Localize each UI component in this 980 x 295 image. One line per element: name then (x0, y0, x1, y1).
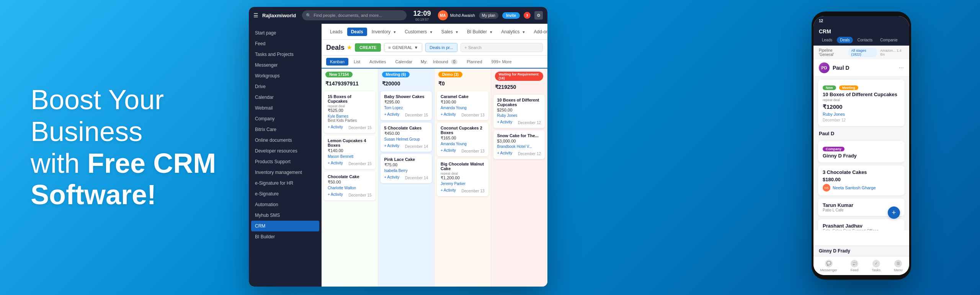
search-bar[interactable]: 🔍 Find people, documents, and more... (302, 10, 406, 20)
phone-deal-card[interactable]: Company Ginny D Frady (818, 141, 905, 162)
deal-card[interactable]: 15 Boxes of Cupcakes repeat deal ₹525.00… (324, 91, 376, 133)
deals-pipeline-filter[interactable]: Deals in pr... (425, 43, 457, 52)
feed-label: Feed (851, 268, 859, 272)
kanban-tab-list[interactable]: List (350, 58, 364, 66)
invite-button[interactable]: Invite (502, 12, 520, 19)
phone-card-badges: New Meeting (823, 84, 900, 92)
phone-deal-card[interactable]: Prashant Jadhav Sale..Sales.Com Support … (818, 219, 905, 230)
sidebar-item-drive[interactable]: Drive (249, 81, 322, 92)
notification-badge[interactable]: 3 (524, 12, 531, 19)
col-header-row-new: New 17154 (325, 72, 353, 77)
sidebar-item-bitrix-care[interactable]: Bitrix Care (249, 124, 322, 135)
deal-person: Amanda Young (441, 142, 485, 146)
add-activity[interactable]: + Activity (384, 144, 400, 148)
kanban-filter-planned[interactable]: Planned (463, 58, 486, 66)
deal-person: Mason Bennett (328, 154, 372, 159)
sidebar-item-tasks[interactable]: Tasks and Projects (249, 49, 322, 60)
crm-nav-leads[interactable]: Leads (326, 28, 346, 36)
sidebar-item-myhub[interactable]: Myhub SMS (249, 210, 322, 221)
deal-name: Snow Cake for The... (497, 133, 541, 138)
deal-card[interactable]: Pink Lace Cake ₹75.00 Isabella Berry + A… (381, 154, 432, 183)
deal-card[interactable]: Big Chocolate Walnut Cake repeat deal ₹1… (437, 159, 488, 196)
sidebar-item-inventory[interactable]: Inventory management (249, 167, 322, 178)
kanban-tab-kanban[interactable]: Kanban (326, 58, 348, 66)
deal-card[interactable]: Chocolate Cake ₹50.00 Charlotte Walton +… (324, 171, 376, 200)
phone-pipeline-label: Pipeline 'General' (819, 48, 845, 57)
star-icon[interactable]: ★ (347, 44, 352, 51)
kanban-filter-inbound[interactable]: Inbound 0 (429, 58, 461, 66)
deal-card[interactable]: Snow Cake for The... $3,000.00 Brandbook… (493, 130, 545, 159)
phone-tab-contacts[interactable]: Contacts (854, 37, 875, 43)
deal-card[interactable]: 10 Boxes of Different Cupcakes $250.00 R… (493, 95, 545, 128)
add-activity[interactable]: + Activity (441, 112, 456, 116)
deal-footer: + Activity December 12 (497, 119, 541, 125)
kanban-filter-more[interactable]: 999+ More (488, 58, 516, 66)
kanban-tab-activities[interactable]: Activities (366, 58, 390, 66)
add-activity[interactable]: + Activity (328, 192, 343, 197)
create-button[interactable]: CREATE (355, 43, 381, 52)
sidebar-item-dev-resources[interactable]: Developer resources (249, 146, 322, 156)
add-activity[interactable]: + Activity (384, 112, 400, 116)
sidebar-item-crm[interactable]: CRM (251, 221, 319, 231)
general-filter[interactable]: ≡ GENERAL ▼ (384, 43, 422, 52)
phone-fab-button[interactable]: + (888, 206, 900, 219)
kanban-col-waiting: Waiting for Requirement (16) ₹219250 10 … (491, 69, 548, 287)
phone-tab-leads[interactable]: Leads (819, 37, 835, 43)
deal-card[interactable]: 5 Chocolate Cakes ₹450.00 Susan Helmet G… (381, 123, 432, 152)
add-activity[interactable]: + Activity (384, 175, 400, 179)
hamburger-icon[interactable]: ☰ (253, 12, 258, 18)
add-activity[interactable]: + Activity (497, 151, 513, 155)
crm-nav-sales[interactable]: Sales ▼ (438, 28, 462, 36)
plan-button[interactable]: My plan (479, 12, 498, 19)
sidebar-item-esig-hr[interactable]: e-Signature for HR (249, 178, 322, 188)
sidebar-item-company[interactable]: Company (249, 113, 322, 124)
sidebar-item-online-docs[interactable]: Online documents (249, 135, 322, 146)
sidebar-item-workgroups[interactable]: Workgroups (249, 70, 322, 81)
crm-nav-inventory[interactable]: Inventory ▼ (368, 28, 400, 36)
crm-nav-analytics[interactable]: Analytics ▼ (497, 28, 529, 36)
deal-card[interactable]: Coconut Cupcakes 2 Boxes ₹165.00 Amanda … (437, 123, 488, 156)
deal-footer: + Activity December 13 (441, 148, 485, 153)
phone-deal-card[interactable]: 3 Chocolate Cakes $180.00 NS Neeta Santo… (818, 166, 905, 195)
kanban-tab-calendar[interactable]: Calendar (391, 58, 416, 66)
crm-nav-addons[interactable]: Add-ons ▼ (530, 28, 547, 36)
sidebar-item-messenger[interactable]: Messenger (249, 60, 322, 70)
phone-deal-card[interactable]: New Meeting 10 Boxes of Different Cupcak… (818, 80, 905, 126)
phone-bottom-messenger[interactable]: 💬 Messenger (820, 260, 837, 272)
sidebar-item-feed[interactable]: Feed (249, 38, 322, 49)
sidebar-item-bi-builder[interactable]: BI Builder (249, 231, 322, 242)
search-deals-input[interactable]: + Search (461, 43, 543, 52)
deal-card[interactable]: Baby Shower Cakes ₹295.00 Tom Lopez + Ac… (381, 91, 432, 120)
crm-nav-bi[interactable]: BI Builder ▼ (463, 28, 497, 36)
phone-tab-deals[interactable]: Deals (837, 37, 853, 43)
deal-card[interactable]: Caramel Cake ₹100.00 Amanda Young + Acti… (437, 91, 488, 120)
deal-card[interactable]: Lemon Cupcakes 4 Boxes ₹140.00 Mason Ben… (324, 135, 376, 169)
add-activity[interactable]: + Activity (328, 161, 343, 165)
sidebar-item-automation[interactable]: Automation (249, 199, 322, 210)
sidebar-item-products-support[interactable]: Products Support (249, 156, 322, 167)
crm-nav-customers[interactable]: Customers ▼ (401, 28, 436, 36)
sidebar-item-calendar[interactable]: Calendar (249, 92, 322, 103)
col-badge-waiting: Waiting for Requirement (16) (495, 72, 544, 81)
phone-stage-badge[interactable]: All stages (1822) (848, 48, 877, 57)
phone-bottom-tasks[interactable]: ✓ Tasks (872, 260, 880, 272)
phone-company-badge: Company (823, 147, 844, 151)
sidebar-item-esig[interactable]: e-Signature (249, 188, 322, 199)
crm-nav-deals[interactable]: Deals (347, 28, 367, 36)
settings-icon[interactable]: ⚙ (534, 11, 543, 20)
phone-card-company: Sale..Sales.Com Support Offices (823, 229, 900, 230)
app-topbar: ☰ Rajlaxmiworld 🔍 Find people, documents… (249, 7, 547, 24)
add-activity[interactable]: + Activity (441, 188, 456, 192)
deal-date: December 13 (461, 149, 484, 153)
sidebar-item-start-page[interactable]: Start page (249, 28, 322, 38)
phone-time: 12 (819, 19, 823, 23)
add-activity[interactable]: + Activity (328, 125, 343, 129)
phone-tab-companies[interactable]: Companie (877, 37, 901, 43)
add-activity[interactable]: + Activity (497, 120, 513, 124)
add-activity[interactable]: + Activity (441, 148, 456, 152)
deal-footer: + Activity December 14 (384, 143, 428, 149)
phone-more-dots[interactable]: ··· (899, 64, 904, 71)
phone-bottom-menu[interactable]: ☰ Menu (894, 260, 903, 272)
phone-bottom-feed[interactable]: 📰 Feed (851, 260, 859, 272)
sidebar-item-webmail[interactable]: Webmail (249, 103, 322, 113)
